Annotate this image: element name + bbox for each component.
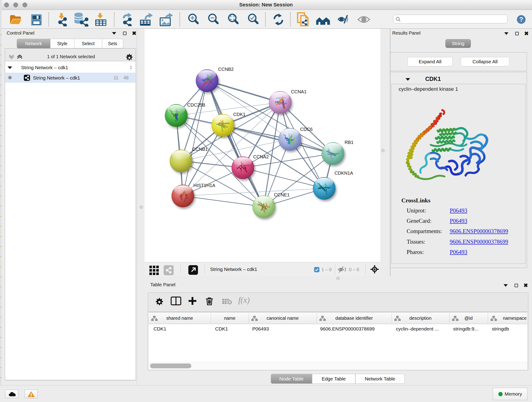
svg-text:HIST1H1A: HIST1H1A xyxy=(193,183,215,188)
svg-text:CCNA1: CCNA1 xyxy=(291,89,307,94)
svg-text:CDKN1A: CDKN1A xyxy=(335,171,353,176)
svg-text:CCNB1: CCNB1 xyxy=(192,147,208,152)
svg-text:CCNA2: CCNA2 xyxy=(253,154,269,159)
svg-text:CCNE1: CCNE1 xyxy=(274,192,290,197)
svg-text:CDC25B: CDC25B xyxy=(187,102,205,108)
svg-text:CDC6: CDC6 xyxy=(300,127,312,132)
svg-text:CCNB2: CCNB2 xyxy=(218,67,234,72)
svg-text:CDK1: CDK1 xyxy=(233,112,245,117)
svg-text:RB1: RB1 xyxy=(345,140,354,145)
